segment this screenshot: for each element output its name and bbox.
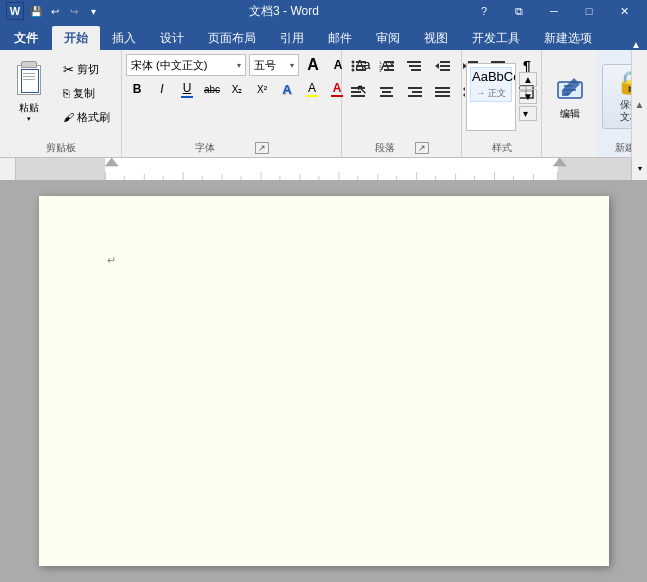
multilevel-button[interactable] [402,54,428,78]
italic-button[interactable]: I [151,78,173,100]
svg-rect-18 [440,69,450,71]
subscript-button[interactable]: X₂ [226,78,248,100]
paste-button[interactable]: 粘贴 ▾ [6,54,52,126]
styles-group-label: 样式 [466,139,537,157]
font-dialog-launcher[interactable]: ↗ [255,142,269,154]
clipboard-group-label: 剪贴板 [6,139,115,157]
underline-button[interactable]: U [176,78,198,100]
ruler-scroll-button[interactable]: ▾ [631,158,647,180]
cut-icon: ✂ [63,62,74,77]
svg-rect-27 [351,87,365,89]
copy-button[interactable]: ⎘ 复制 [58,82,115,104]
tab-developer[interactable]: 开发工具 [460,26,532,50]
svg-rect-51 [16,158,105,180]
cut-label: 剪切 [77,62,99,77]
svg-point-4 [352,69,355,72]
styles-scroll-up[interactable]: ▲ [519,72,537,87]
align-right-button[interactable] [402,80,428,104]
paste-label: 粘贴 [19,101,39,115]
svg-rect-37 [435,91,450,93]
font-size-select[interactable]: 五号 ▾ [249,54,299,76]
svg-rect-3 [356,65,366,67]
paragraph-group: 1.2.3. ¶ [342,50,462,157]
svg-rect-17 [440,65,450,67]
svg-rect-35 [408,95,422,97]
horizontal-ruler[interactable]: ▾ [16,158,647,180]
title-bar: W 💾 ↩ ↪ ▾ 文档3 - Word ? ⧉ ─ □ ✕ [0,0,647,22]
tab-file[interactable]: 文件 [2,26,50,50]
edit-group: 编辑 [542,50,597,157]
font-grow-button[interactable]: A [302,54,324,76]
ribbon: 粘贴 ▾ ✂ 剪切 ⎘ 复制 🖌 格式刷 剪贴板 [0,50,647,158]
maximize-button[interactable]: □ [572,0,606,22]
cut-button[interactable]: ✂ 剪切 [58,58,115,80]
edit-label: 编辑 [560,107,580,121]
collapse-ribbon-button[interactable]: ▲ [631,50,647,158]
align-left-button[interactable] [346,80,372,104]
paste-icon [11,57,47,101]
styles-group: AaBbCc→ 正文 ▲ ▼ ▾ 样式 [462,50,542,157]
superscript-button[interactable]: X² [251,78,273,100]
edit-group-label [546,139,593,157]
ribbon-right: ▲ [631,39,647,50]
tab-home[interactable]: 开始 [52,26,100,50]
title-bar-left: W 💾 ↩ ↪ ▾ [6,2,101,20]
text-effect-button[interactable]: A [276,78,298,100]
svg-rect-1 [356,61,366,63]
highlight-button[interactable]: A [301,78,323,100]
svg-rect-5 [356,69,366,71]
font-group: 宋体 (中文正文) ▾ 五号 ▾ A A Aa A✕ B I [122,50,342,157]
bold-button[interactable]: B [126,78,148,100]
paste-dropdown-arrow: ▾ [27,115,31,123]
align-center-button[interactable] [374,80,400,104]
help-button[interactable]: ? [467,0,501,22]
copy-label: 复制 [73,86,95,101]
styles-more-button[interactable]: ▾ [519,106,537,121]
clipboard-group: 粘贴 ▾ ✂ 剪切 ⎘ 复制 🖌 格式刷 剪贴板 [0,50,122,157]
format-painter-button[interactable]: 🖌 格式刷 [58,106,115,128]
title-text: 文档3 - Word [101,3,467,20]
ruler-area: ▾ [0,158,647,180]
edit-button[interactable]: 编辑 [545,69,595,124]
close-button[interactable]: ✕ [607,0,641,22]
tab-newbuild[interactable]: 新建选项 [532,26,604,50]
svg-rect-14 [411,69,421,71]
tab-review[interactable]: 审阅 [364,26,412,50]
svg-rect-16 [440,61,450,63]
tab-pagelayout[interactable]: 页面布局 [196,26,268,50]
paragraph-dialog-launcher[interactable]: ↗ [415,142,429,154]
window-controls: ? ⧉ ─ □ ✕ [467,0,641,22]
font-name-dropdown: ▾ [237,61,241,70]
svg-rect-30 [380,87,393,89]
font-group-label: 字体 ↗ [126,139,337,157]
svg-rect-38 [435,95,450,97]
strikethrough-button[interactable]: abc [201,78,223,100]
justify-button[interactable] [430,80,456,104]
text-effect-icon: A [282,82,291,97]
customize-qat-button[interactable]: ▾ [85,3,101,19]
undo-button[interactable]: ↩ [47,3,63,19]
tab-references[interactable]: 引用 [268,26,316,50]
styles-gallery[interactable]: AaBbCc→ 正文 [466,63,516,131]
font-name-select[interactable]: 宋体 (中文正文) ▾ [126,54,246,76]
document-page[interactable]: ↵ [39,196,609,566]
svg-point-0 [352,61,355,64]
tab-insert[interactable]: 插入 [100,26,148,50]
numbering-button[interactable]: 1.2.3. [374,54,400,78]
save-button[interactable]: 💾 [28,3,44,19]
ruler-corner [0,158,16,180]
decrease-indent-button[interactable] [430,54,456,78]
redo-button[interactable]: ↪ [66,3,82,19]
svg-rect-28 [351,91,361,93]
ribbon-display-button[interactable]: ⧉ [502,0,536,22]
styles-scroll-down[interactable]: ▼ [519,89,537,104]
collapse-ribbon-button[interactable]: ▲ [631,39,641,50]
tab-view[interactable]: 视图 [412,26,460,50]
document-area[interactable]: ↵ [0,180,647,582]
tab-mailings[interactable]: 邮件 [316,26,364,50]
style-normal[interactable]: AaBbCc→ 正文 [470,67,512,102]
bullets-button[interactable] [346,54,372,78]
format-painter-label: 格式刷 [77,110,110,125]
tab-design[interactable]: 设计 [148,26,196,50]
minimize-button[interactable]: ─ [537,0,571,22]
